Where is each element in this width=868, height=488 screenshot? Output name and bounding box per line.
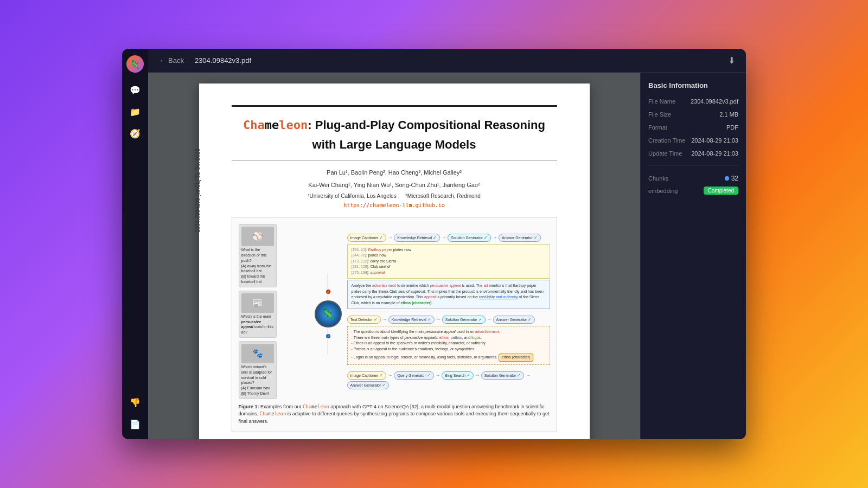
info-divider [648,165,738,166]
pipe-image-captioner-3: Image Captioner ✓ [347,371,387,380]
pipe-arrow-2c: → [487,317,492,322]
result-box-1: [194, 21]: Earthuy paper plates now [244… [347,244,550,279]
figure-questions: ⚾ What is the direction of this push?(A)… [239,224,309,399]
pipe-answer-gen-1: Answer Generator ✓ [499,234,541,242]
pdf-subtitle: with Large Language Models [232,138,557,152]
back-arrow-icon: ← [159,56,166,65]
pdf-side-label: 2304.09842v3 [cs.CL] 31 Oct 2023 [195,149,201,233]
pipe-arrow-1a: → [388,235,392,240]
pipe-query-gen: Query Generator ✓ [394,371,433,380]
chunks-value-display: 32 [725,175,738,182]
pipe-knowledge-retrieval-1: Knowledge Retrieval ✓ [394,234,440,242]
connector-dot-1 [326,290,330,294]
back-label: Back [168,56,184,65]
pdf-page: 2304.09842v3 [cs.CL] 31 Oct 2023 Chamele… [199,84,590,439]
pipeline-2: Text Detector ✓ → Knowledge Retrieval ✓ … [347,313,550,365]
info-value-filesize: 2.1 MB [719,111,738,118]
pipe-bing-search: Bing Search ✓ [442,371,474,380]
pipe-solution-gen-1: Solution Generator ✓ [448,234,491,242]
pipeline-1: Image Captioner ✓ → Knowledge Retrieval … [347,232,550,310]
connector-line-4 [328,339,328,355]
sidebar-item-feedback[interactable]: 👎 [126,394,144,411]
figure-img-3: 🐾 [241,344,274,363]
pdf-authors-1: Pan Lu¹, Baolin Peng², Hao Cheng², Miche… [232,168,557,178]
info-panel: Basic Information File Name 2304.09842v3… [640,73,746,439]
sidebar-item-folder[interactable]: 📁 [126,103,144,120]
figure-img-2: 📰 [241,293,274,313]
chunks-number: 32 [731,175,738,182]
sidebar-item-chat[interactable]: 💬 [126,81,144,99]
figure-pipelines: Image Captioner ✓ → Knowledge Retrieval … [347,224,550,399]
pipe-arrow-3c: → [475,373,480,378]
pdf-authors-2: Kai-Wei Chang¹, Ying Nian Wu¹, Song-Chun… [232,180,557,191]
info-row-filename: File Name 2304.09842v3.pdf [648,98,738,105]
connector-line-1 [328,273,328,288]
download-icon: ⬇ [728,56,735,65]
figure-card-2: 📰 Which is the main persuasive appeal us… [239,291,277,338]
back-button[interactable]: ← Back [155,54,188,67]
pipe-answer-gen-3: Answer Generator ✓ [347,381,390,389]
pipe-arrow-3a: → [388,373,392,378]
pipe-arrow-3d: → [526,373,530,378]
chunks-row: Chunks 32 [648,175,738,182]
avatar[interactable]: 🦎 [126,55,144,73]
pipe-arrow-3b: → [436,373,440,378]
info-label-filename: File Name [648,98,675,105]
embedding-badge: Completed [704,187,738,195]
pipeline-2-modules: Text Detector ✓ → Knowledge Retrieval ✓ … [347,316,550,324]
chunks-label: Chunks [648,175,668,182]
info-label-update: Update Time [648,150,682,157]
pdf-title: Chameleon: Plug-and-Play Compositional R… [232,118,557,133]
sidebar-item-compass[interactable]: 🧭 [126,125,144,142]
download-button[interactable]: ⬇ [724,53,739,68]
chameleon-globe: 🦎 [315,300,342,328]
embedding-row: embedding Completed [648,187,738,195]
pipe-solution-gen-2: Solution Generator ✓ [442,316,486,324]
pipe-answer-gen-2: Answer Generator ✓ [493,316,535,324]
chat-icon: 💬 [130,85,141,95]
main-content: ← Back 2304.09842v3.pdf ⬇ 2304.09842v3 [… [148,49,746,439]
pdf-viewer[interactable]: 2304.09842v3 [cs.CL] 31 Oct 2023 Chamele… [148,73,640,439]
folder-icon: 📁 [130,107,141,117]
pipe-arrow-1c: → [493,235,497,240]
figure-card-3: 🐾 Which animal's skin is adapted for sur… [239,341,277,399]
info-value-format: PDF [726,124,738,131]
app-window: 🦎 💬 📁 🧭 👎 📄 ← Back 2304.09 [122,49,746,439]
sidebar-bottom: 👎 📄 [126,394,144,433]
pipe-arrow-1b: → [442,235,446,240]
pdf-divider-top [232,160,557,161]
info-row-filesize: File Size 2.1 MB [648,111,738,118]
info-row-creation: Creation Time 2024-08-29 21:03 [648,137,738,144]
compass-icon: 🧭 [130,129,141,139]
info-label-format: Format [648,124,667,131]
pipe-image-captioner-1: Image Captioner ✓ [347,234,387,242]
pipe-arrow-2b: → [436,317,441,322]
sidebar-item-pages[interactable]: 📄 [126,415,144,433]
pipe-arrow-2a: → [382,317,387,322]
figure-caption: Figure 1: Examples from our Chameleon ap… [239,403,550,426]
info-value-update: 2024-08-29 21:03 [691,150,738,157]
pdf-link[interactable]: https://chameleon-llm.github.io [232,202,557,208]
pdf-figure-1: ⚾ What is the direction of this push?(A)… [232,217,557,432]
info-label-filesize: File Size [648,111,671,118]
avatar-emoji: 🦎 [130,59,141,69]
pdf-area: 2304.09842v3 [cs.CL] 31 Oct 2023 Chamele… [148,73,746,439]
pages-icon: 📄 [130,419,141,429]
connector-dot-2 [326,334,330,338]
pipeline-3: Image Captioner ✓ → Query Generator ✓ → … [347,369,550,391]
info-panel-title: Basic Information [648,81,738,89]
pdf-affiliation: ¹University of California, Los Angeles ²… [232,193,557,199]
pdf-top-line [232,105,557,107]
info-row-format: Format PDF [648,124,738,131]
result-box-2: - The question is about identifying the … [347,326,550,365]
pipe-solution-gen-3: Solution Generator ✓ [481,371,525,380]
chameleon-title-text: Chameleon [243,118,308,132]
chunks-dot [725,176,729,181]
file-title: 2304.09842v3.pdf [195,56,251,65]
embedding-label: embedding [648,188,678,194]
sidebar: 🦎 💬 📁 🧭 👎 📄 [122,49,148,439]
pipeline-3-modules: Image Captioner ✓ → Query Generator ✓ → … [347,371,550,389]
info-value-creation: 2024-08-29 21:03 [691,137,738,144]
figure-card-1: ⚾ What is the direction of this push?(A)… [239,224,277,287]
feedback-icon: 👎 [130,397,141,408]
